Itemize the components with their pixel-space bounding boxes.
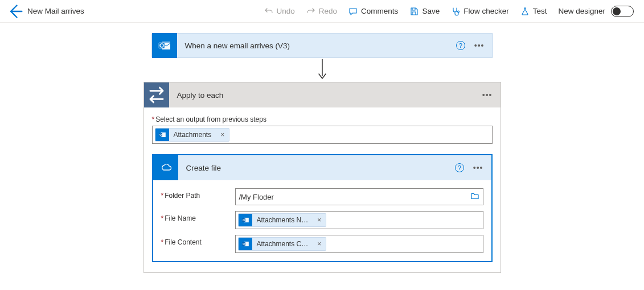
newdesigner-toggle[interactable] bbox=[611, 6, 634, 17]
newdesigner-label: New designer bbox=[558, 7, 605, 15]
trigger-card[interactable]: When a new email arrives (V3) ? ••• bbox=[151, 33, 493, 58]
apply-to-each-title: Apply to each bbox=[169, 91, 482, 100]
filecontent-token[interactable]: Attachments C… × bbox=[238, 237, 327, 251]
svg-rect-13 bbox=[242, 242, 245, 246]
file-content-input[interactable]: Attachments C… × bbox=[235, 235, 483, 253]
flask-icon bbox=[520, 7, 530, 16]
select-output-field[interactable]: Attachments × bbox=[152, 126, 493, 144]
redo-icon bbox=[306, 7, 315, 16]
filecontent-token-label: Attachments C… bbox=[252, 240, 313, 248]
attachments-token-label: Attachments bbox=[169, 131, 216, 139]
outlook-icon bbox=[152, 33, 177, 58]
folder-path-input[interactable]: /My Floder bbox=[235, 188, 483, 205]
file-name-label: *File Name bbox=[161, 211, 235, 222]
connector-arrow bbox=[151, 58, 493, 82]
comment-icon bbox=[348, 7, 358, 16]
filecontent-token-remove[interactable]: × bbox=[313, 240, 326, 248]
test-button[interactable]: Test bbox=[517, 5, 551, 18]
help-icon[interactable]: ? bbox=[456, 41, 465, 50]
save-button[interactable]: Save bbox=[406, 5, 443, 18]
create-file-header[interactable]: Create file ? ••• bbox=[153, 155, 491, 180]
newdesigner-toggle-group: New designer bbox=[555, 3, 637, 19]
svg-rect-10 bbox=[242, 218, 245, 222]
filename-token-label: Attachments N… bbox=[252, 216, 313, 224]
folder-path-label: *Folder Path bbox=[161, 188, 235, 200]
apply-to-each-container: Apply to each ••• *Select an output from… bbox=[143, 82, 501, 273]
create-file-menu[interactable]: ••• bbox=[473, 164, 483, 172]
page-title: New Mail arrives bbox=[27, 7, 84, 15]
outlook-token-icon bbox=[239, 213, 252, 227]
undo-button[interactable]: Undo bbox=[261, 5, 298, 18]
trigger-title: When a new email arrives (V3) bbox=[177, 42, 456, 50]
attachments-token[interactable]: Attachments × bbox=[155, 128, 230, 142]
select-output-label: *Select an output from previous steps bbox=[152, 115, 493, 123]
outlook-token-icon bbox=[155, 128, 169, 142]
comments-label: Comments bbox=[361, 7, 398, 15]
trigger-menu[interactable]: ••• bbox=[474, 42, 485, 49]
svg-rect-7 bbox=[159, 133, 162, 136]
create-file-help-icon[interactable]: ? bbox=[455, 163, 464, 172]
create-file-card: Create file ? ••• *Folder Path /My Flode… bbox=[152, 154, 493, 262]
flowchecker-button[interactable]: Flow checker bbox=[448, 5, 512, 18]
folder-path-value: /My Floder bbox=[239, 193, 274, 201]
save-label: Save bbox=[422, 7, 440, 15]
loop-icon bbox=[144, 82, 169, 107]
header-bar: New Mail arrives Undo Redo Comments Save… bbox=[0, 0, 644, 23]
save-icon bbox=[409, 7, 419, 16]
undo-icon bbox=[264, 7, 273, 16]
back-arrow-icon bbox=[7, 3, 23, 19]
stethoscope-icon bbox=[451, 7, 460, 16]
flowchecker-label: Flow checker bbox=[463, 7, 509, 15]
redo-label: Redo bbox=[319, 7, 337, 15]
file-name-input[interactable]: Attachments N… × bbox=[235, 211, 483, 229]
back-button[interactable] bbox=[7, 3, 23, 19]
filename-token[interactable]: Attachments N… × bbox=[238, 213, 327, 227]
file-content-label: *File Content bbox=[161, 235, 235, 246]
test-label: Test bbox=[533, 7, 547, 15]
onedrive-icon bbox=[153, 155, 178, 180]
undo-label: Undo bbox=[277, 7, 295, 15]
folder-picker-icon[interactable] bbox=[470, 192, 479, 202]
apply-to-each-menu[interactable]: ••• bbox=[482, 91, 493, 99]
flow-canvas: When a new email arrives (V3) ? ••• Appl… bbox=[0, 23, 644, 290]
create-file-title: Create file bbox=[178, 164, 455, 172]
attachments-token-remove[interactable]: × bbox=[216, 131, 229, 139]
redo-button[interactable]: Redo bbox=[303, 5, 341, 18]
outlook-token-icon bbox=[239, 237, 252, 251]
apply-to-each-header[interactable]: Apply to each ••• bbox=[144, 82, 501, 107]
comments-button[interactable]: Comments bbox=[345, 5, 401, 18]
filename-token-remove[interactable]: × bbox=[313, 216, 326, 224]
